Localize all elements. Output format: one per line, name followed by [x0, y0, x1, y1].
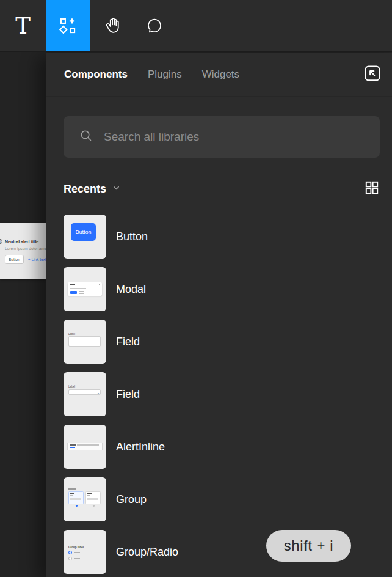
component-thumbnail: Label ▾: [64, 372, 106, 416]
recents-header: Recents: [64, 180, 380, 198]
alert-title: Neutral alert title: [5, 240, 38, 244]
search-box[interactable]: [64, 116, 380, 158]
chevron-down-icon[interactable]: [112, 183, 121, 195]
component-name: Button: [116, 230, 148, 243]
mini-modal: [68, 282, 102, 296]
component-thumbnail: Button: [64, 215, 106, 259]
component-thumbnail: [64, 267, 106, 311]
assets-panel: Components Plugins Widgets Recents: [46, 53, 392, 577]
component-name: Modal: [116, 283, 146, 296]
search-icon: [79, 128, 93, 145]
alert-body: Lorem ipsum dolor amet consec: [5, 246, 46, 251]
recents-title: Recents: [64, 183, 106, 196]
panel-header: Components Plugins Widgets: [46, 53, 392, 97]
mini-field-label: Label: [68, 385, 75, 388]
assets-tool-button[interactable]: [46, 0, 90, 51]
hand-tool-icon: [104, 17, 122, 35]
search-input[interactable]: [104, 130, 368, 144]
comment-tool-button[interactable]: [136, 0, 173, 51]
tab-components[interactable]: Components: [64, 68, 128, 81]
detach-panel-button[interactable]: [361, 64, 383, 86]
component-list: Button Button Modal Label Field Label: [64, 215, 392, 577]
mini-card-unselected: [85, 491, 101, 504]
text-tool-button[interactable]: T: [0, 0, 46, 51]
tab-widgets[interactable]: Widgets: [202, 68, 239, 81]
list-item-field[interactable]: Label Field: [64, 320, 392, 364]
canvas-frame-edge: [0, 97, 46, 97]
mini-radio-group: Group label: [68, 546, 84, 562]
grid-view-button[interactable]: [364, 180, 380, 198]
component-thumbnail: Label: [64, 320, 106, 364]
list-item-group[interactable]: Group: [64, 477, 392, 521]
alert-link: + Link text: [28, 257, 46, 262]
alert-button: Button: [5, 255, 24, 264]
component-name: Field: [116, 388, 140, 401]
mini-input: [68, 336, 101, 347]
component-thumbnail: [64, 425, 106, 469]
list-item-alertinline[interactable]: AlertInline: [64, 425, 392, 469]
mini-card-selected: [68, 491, 84, 504]
component-thumbnail: [64, 477, 106, 521]
hand-tool-button[interactable]: [90, 0, 136, 51]
component-thumbnail: Group label: [64, 530, 106, 574]
mini-field-label: Label: [68, 333, 75, 336]
keyboard-shortcut-badge: shift + i: [266, 530, 351, 562]
arrow-up-left-icon: [362, 63, 383, 86]
list-item-field-2[interactable]: Label ▾ Field: [64, 372, 392, 416]
component-name: Group: [116, 493, 147, 506]
info-icon: i: [0, 239, 2, 244]
shortcut-label: shift + i: [284, 537, 333, 554]
mini-button: Button: [71, 223, 96, 241]
mini-alert: [67, 443, 103, 450]
component-name: Group/Radio: [116, 546, 178, 559]
mini-select: ▾: [68, 389, 101, 395]
comment-tool-icon: [146, 17, 163, 34]
list-item-button[interactable]: Button Button: [64, 215, 392, 259]
toolbar: T: [0, 0, 392, 52]
text-tool-icon: T: [15, 13, 31, 39]
assets-tool-icon: [59, 17, 76, 34]
list-item-modal[interactable]: Modal: [64, 267, 392, 311]
canvas: i Neutral alert title Lorem ipsum dolor …: [0, 53, 46, 577]
component-name: AlertInline: [116, 441, 165, 454]
tab-plugins[interactable]: Plugins: [148, 68, 182, 81]
component-name: Field: [116, 336, 140, 348]
canvas-alert-component: i Neutral alert title Lorem ipsum dolor …: [0, 223, 46, 279]
